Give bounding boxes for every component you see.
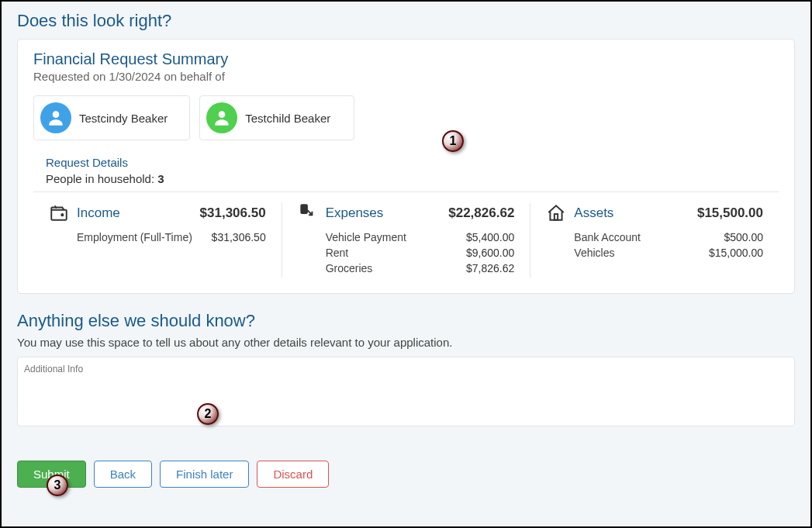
expenses-column: Expenses $22,826.62 Vehicle Payment $5,4… [282,203,530,278]
assets-column: Assets $15,500.00 Bank Account $500.00 V… [530,203,779,278]
line-label: Bank Account [574,231,724,243]
line-item: Vehicles $15,000.00 [546,247,763,259]
additional-title: Anything else we should know? [17,311,795,331]
discard-button[interactable]: Discard [257,461,329,488]
svg-rect-4 [301,205,307,213]
line-label: Vehicle Payment [326,231,466,243]
household-value: 3 [157,172,164,185]
finish-later-button[interactable]: Finish later [160,461,249,488]
callout-1: 1 [442,130,464,152]
person-card: Testcindy Beaker [33,95,190,140]
divider [33,192,779,192]
household-label: People in household: [46,172,154,185]
line-item: Vehicle Payment $5,400.00 [298,231,515,243]
button-row: Submit Back Finish later Discard [17,461,795,488]
line-item: Bank Account $500.00 [546,231,763,243]
request-details-label: Request Details [46,156,779,169]
financial-columns: Income $31,306.50 Employment (Full-Time)… [33,203,779,278]
avatar-icon [40,102,71,133]
line-item: Rent $9,600.00 [298,247,515,259]
page-title: Does this look right? [17,11,795,31]
income-title: Income [77,205,120,221]
svg-rect-2 [51,210,67,220]
svg-point-0 [53,111,60,118]
additional-info-input[interactable] [17,357,795,426]
line-label: Rent [326,247,466,259]
svg-point-1 [219,111,226,118]
assets-total: $15,500.00 [697,205,763,221]
line-value: $7,826.62 [466,262,514,274]
income-column: Income $31,306.50 Employment (Full-Time)… [33,203,282,278]
summary-card: Financial Request Summary Requested on 1… [17,39,795,294]
line-value: $15,000.00 [709,247,763,259]
callout-2: 2 [197,403,219,425]
back-button[interactable]: Back [94,461,152,488]
svg-rect-5 [555,214,558,220]
line-value: $500.00 [724,231,763,243]
line-item: Groceries $7,826.62 [298,262,515,274]
avatar-icon [206,102,237,133]
callout-3: 3 [47,475,68,496]
line-value: $9,600.00 [466,247,514,259]
line-item: Employment (Full-Time) $31,306.50 [49,231,266,243]
person-card: Testchild Beaker [199,95,354,140]
additional-desc: You may use this space to tell us about … [17,336,795,349]
line-label: Employment (Full-Time) [77,231,212,243]
line-label: Groceries [326,262,466,274]
assets-title: Assets [574,205,613,221]
person-name: Testchild Beaker [245,112,330,125]
expenses-total: $22,826.62 [448,205,514,221]
svg-point-3 [61,214,63,216]
house-icon [546,203,566,223]
summary-title: Financial Request Summary [33,50,779,68]
income-total: $31,306.50 [200,205,266,221]
line-value: $5,400.00 [466,231,514,243]
expenses-icon [298,203,318,223]
line-label: Vehicles [574,247,709,259]
line-value: $31,306.50 [212,231,266,243]
wallet-icon [49,203,69,223]
household-count: People in household: 3 [46,172,779,185]
expenses-title: Expenses [326,205,384,221]
people-row: Testcindy Beaker Testchild Beaker [33,95,779,140]
person-name: Testcindy Beaker [79,112,168,125]
summary-subtitle: Requested on 1/30/2024 on behalf of [33,70,779,83]
